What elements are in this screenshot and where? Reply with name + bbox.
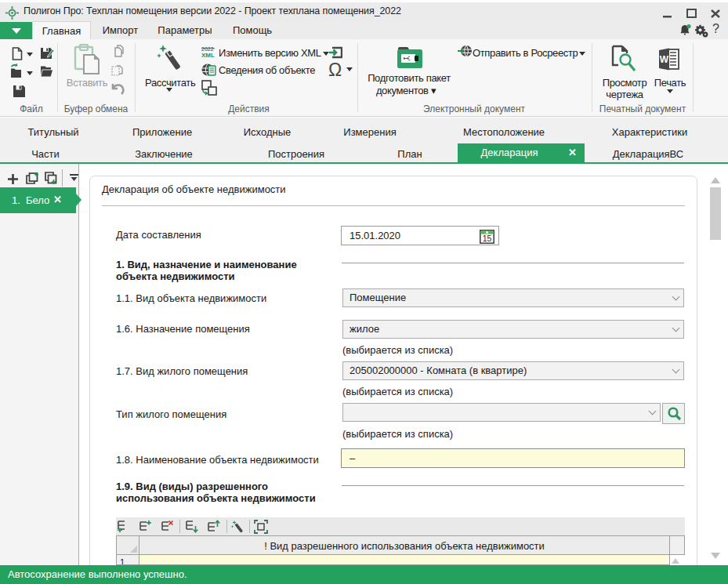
svg-text:XML: XML [201,52,215,58]
svg-text:15: 15 [483,234,492,243]
svg-text:W: W [660,54,669,65]
